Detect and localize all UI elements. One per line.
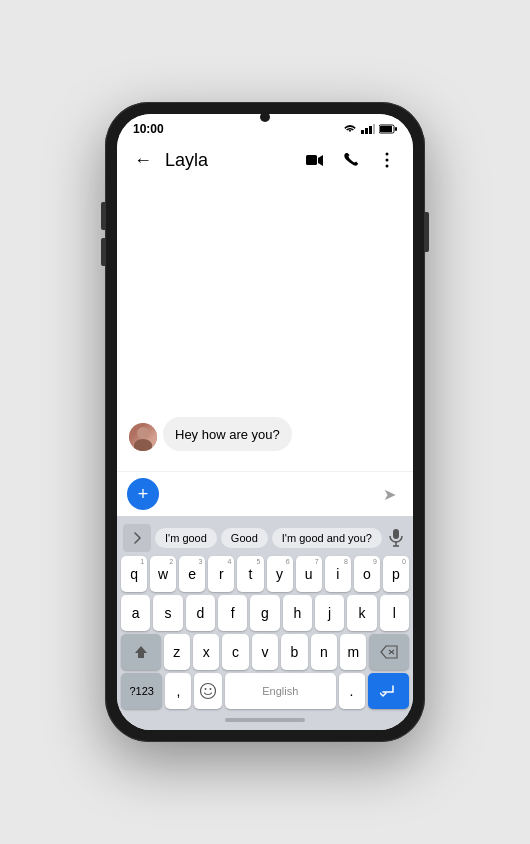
- suggestion-1[interactable]: Good: [221, 528, 268, 548]
- chevron-right-icon: [132, 531, 142, 545]
- back-button[interactable]: ←: [129, 146, 157, 174]
- svg-point-10: [386, 165, 389, 168]
- key-i[interactable]: i8: [325, 556, 351, 592]
- key-r[interactable]: r4: [208, 556, 234, 592]
- svg-rect-5: [380, 126, 392, 132]
- message-input-field[interactable]: [167, 478, 367, 510]
- key-u[interactable]: u7: [296, 556, 322, 592]
- enter-key[interactable]: [368, 673, 409, 709]
- send-button[interactable]: ➤: [375, 480, 403, 508]
- svg-rect-0: [361, 130, 364, 134]
- suggestions-expand-button[interactable]: [123, 524, 151, 552]
- key-d[interactable]: d: [186, 595, 215, 631]
- app-bar-actions: [301, 146, 401, 174]
- contact-name[interactable]: Layla: [165, 150, 293, 171]
- emoji-icon: [199, 682, 217, 700]
- vol-down-button[interactable]: [101, 238, 105, 266]
- status-icons: [343, 124, 397, 134]
- key-z[interactable]: z: [164, 634, 190, 670]
- svg-point-16: [201, 684, 216, 699]
- key-x[interactable]: x: [193, 634, 219, 670]
- svg-rect-11: [393, 529, 399, 539]
- delete-icon: [380, 645, 398, 659]
- key-m[interactable]: m: [340, 634, 366, 670]
- key-s[interactable]: s: [153, 595, 182, 631]
- svg-rect-6: [395, 127, 397, 131]
- spacebar-key[interactable]: English: [225, 673, 336, 709]
- keyboard-row-1: q1 w2 e3 r4 t5 y6 u7 i8 o9 p0: [119, 556, 411, 592]
- delete-key[interactable]: [369, 634, 409, 670]
- svg-rect-2: [369, 126, 372, 134]
- chat-area: Hey how are you?: [117, 180, 413, 471]
- home-indicator[interactable]: [225, 718, 305, 722]
- phone-device: 10:00: [105, 102, 425, 742]
- battery-icon: [379, 124, 397, 134]
- back-arrow-icon: ←: [134, 150, 152, 171]
- key-p[interactable]: p0: [383, 556, 409, 592]
- keyboard: I'm good Good I'm good and you? q1 w2 e3: [117, 516, 413, 730]
- message-input-row: + ➤: [117, 471, 413, 516]
- key-g[interactable]: g: [250, 595, 279, 631]
- svg-point-17: [205, 688, 207, 690]
- signal-icon: [361, 124, 375, 134]
- svg-point-18: [210, 688, 212, 690]
- mic-button[interactable]: [386, 524, 407, 552]
- phone-screen: 10:00: [117, 114, 413, 730]
- svg-rect-3: [373, 124, 375, 134]
- period-key[interactable]: .: [339, 673, 365, 709]
- key-v[interactable]: v: [252, 634, 278, 670]
- key-y[interactable]: y6: [267, 556, 293, 592]
- comma-key[interactable]: ,: [165, 673, 191, 709]
- send-icon: ➤: [383, 485, 396, 504]
- suggestion-0[interactable]: I'm good: [155, 528, 217, 548]
- home-indicator-row: [119, 712, 411, 724]
- key-l[interactable]: l: [380, 595, 409, 631]
- app-bar: ← Layla: [117, 140, 413, 180]
- add-attachment-button[interactable]: +: [127, 478, 159, 510]
- message-text: Hey how are you?: [175, 427, 280, 442]
- keyboard-row-4: ?123 , English .: [119, 673, 411, 709]
- video-call-button[interactable]: [301, 146, 329, 174]
- suggestions-row: I'm good Good I'm good and you?: [119, 520, 411, 556]
- add-icon: +: [138, 485, 149, 503]
- key-h[interactable]: h: [283, 595, 312, 631]
- svg-point-9: [386, 159, 389, 162]
- key-w[interactable]: w2: [150, 556, 176, 592]
- svg-rect-1: [365, 128, 368, 134]
- svg-rect-7: [306, 155, 317, 165]
- video-camera-icon: [306, 154, 324, 167]
- numeric-key[interactable]: ?123: [121, 673, 162, 709]
- key-e[interactable]: e3: [179, 556, 205, 592]
- key-o[interactable]: o9: [354, 556, 380, 592]
- more-vert-icon: [385, 152, 389, 168]
- message-row: Hey how are you?: [129, 417, 401, 451]
- message-bubble: Hey how are you?: [163, 417, 292, 451]
- more-options-button[interactable]: [373, 146, 401, 174]
- phone-icon: [343, 152, 359, 168]
- power-button[interactable]: [425, 212, 429, 252]
- keyboard-row-3: z x c v b n m: [119, 634, 411, 670]
- keyboard-row-2: a s d f g h j k l: [119, 595, 411, 631]
- key-j[interactable]: j: [315, 595, 344, 631]
- emoji-key[interactable]: [194, 673, 222, 709]
- suggestion-2[interactable]: I'm good and you?: [272, 528, 382, 548]
- shift-icon: [134, 645, 148, 659]
- shift-key[interactable]: [121, 634, 161, 670]
- svg-point-8: [386, 153, 389, 156]
- front-camera: [260, 112, 270, 122]
- wifi-icon: [343, 124, 357, 134]
- key-a[interactable]: a: [121, 595, 150, 631]
- mic-icon: [389, 529, 403, 547]
- enter-icon: [380, 684, 396, 698]
- key-b[interactable]: b: [281, 634, 307, 670]
- key-k[interactable]: k: [347, 595, 376, 631]
- key-q[interactable]: q1: [121, 556, 147, 592]
- status-time: 10:00: [133, 122, 164, 136]
- key-c[interactable]: c: [222, 634, 248, 670]
- key-t[interactable]: t5: [237, 556, 263, 592]
- phone-call-button[interactable]: [337, 146, 365, 174]
- key-f[interactable]: f: [218, 595, 247, 631]
- vol-up-button[interactable]: [101, 202, 105, 230]
- contact-avatar: [129, 423, 157, 451]
- key-n[interactable]: n: [311, 634, 337, 670]
